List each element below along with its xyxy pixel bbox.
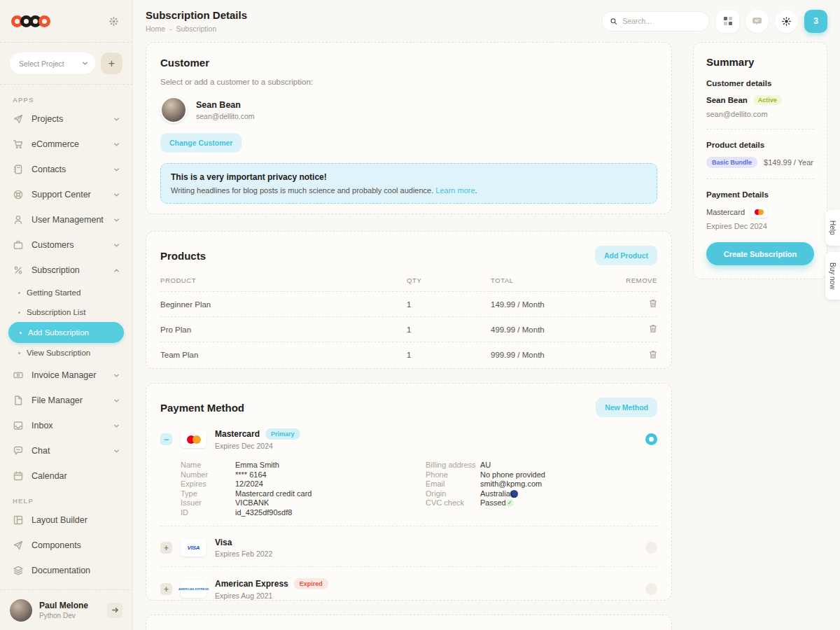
divider — [706, 129, 814, 130]
sun-icon — [781, 16, 792, 27]
sidebar-item-label: Chat — [31, 446, 50, 456]
sidebar-item-label: Support Center — [31, 190, 91, 200]
divider — [706, 178, 814, 179]
sidebar-item-invoice-manager[interactable]: Invoice Manager — [7, 363, 125, 388]
breadcrumb-home[interactable]: Home — [146, 24, 165, 33]
brand-logo[interactable]: GOOD — [11, 15, 50, 27]
detail-value: Mastercard credit card — [235, 489, 312, 499]
change-customer-button[interactable]: Change Customer — [160, 133, 241, 153]
sidebar-item-chat[interactable]: Chat — [7, 438, 125, 463]
sidebar-item-documentation[interactable]: Documentation — [7, 558, 125, 583]
sidebar-item-support-center[interactable]: Support Center — [7, 182, 125, 207]
sidebar-item-contacts[interactable]: Contacts — [7, 157, 125, 182]
messages-button[interactable] — [746, 10, 769, 33]
method-radio-unselected[interactable] — [645, 583, 657, 595]
chevron-down-icon — [113, 398, 120, 404]
sidebar-item-subscription[interactable]: Subscription — [7, 258, 125, 283]
product-qty: 1 — [407, 300, 491, 309]
summary-customer-email: sean@dellito.com — [706, 110, 814, 118]
expand-button[interactable]: + — [160, 583, 172, 595]
sidebar-item-inbox[interactable]: Inbox — [7, 413, 125, 438]
sidebar-item-customers[interactable]: Customers — [7, 232, 125, 258]
learn-more-link[interactable]: Learn more — [435, 186, 475, 195]
product-name: Beginner Plan — [160, 300, 407, 309]
notice-title: This is a very important privacy notice! — [171, 172, 647, 182]
detail-label: Number — [181, 470, 235, 480]
avatar — [10, 599, 32, 622]
sidebar-subitem-subscription-list[interactable]: Subscription List — [7, 302, 125, 322]
sidebar-item-label: File Manager — [31, 396, 83, 405]
detail-value: smith@kpmg.com — [480, 479, 542, 489]
sidebar-subitem-label: View Subscription — [27, 349, 90, 357]
expand-button[interactable]: + — [160, 542, 172, 554]
sidebar-subitem-view-subscription[interactable]: View Subscription — [7, 343, 125, 363]
detail-value: VICBANK — [235, 498, 269, 508]
summary-product-heading: Product details — [706, 141, 814, 149]
theme-toggle-button[interactable] — [775, 10, 798, 33]
layout-icon — [13, 514, 24, 526]
customer-email: sean@dellito.com — [196, 112, 255, 120]
briefcase-icon — [13, 239, 24, 251]
amex-logo-icon: AMERICAN EXPRESS — [181, 580, 206, 598]
sidebar-item-label: Subscription — [31, 265, 80, 275]
collapse-button[interactable]: − — [160, 433, 172, 445]
buy-now-tab[interactable]: Buy now — [825, 252, 840, 300]
sidebar-subitem-add-subscription[interactable]: Add Subscription — [8, 322, 124, 343]
visa-logo-icon: VISA — [181, 539, 206, 556]
contact-book-icon — [13, 164, 24, 175]
cart-icon — [13, 139, 24, 150]
detail-label: Email — [426, 479, 480, 489]
product-total: 149.99 / Month — [491, 300, 622, 309]
trash-icon[interactable] — [649, 350, 657, 359]
user-name: Paul Melone — [39, 601, 88, 610]
new-method-button[interactable]: New Method — [596, 398, 657, 417]
sidebar-item-ecommerce[interactable]: eCommerce — [7, 132, 125, 157]
bullet-dot — [18, 312, 20, 314]
sidebar-item-calendar[interactable]: Calendar — [7, 463, 125, 489]
help-section-label: HELP — [13, 497, 120, 505]
logout-button[interactable] — [107, 603, 122, 618]
trash-icon[interactable] — [649, 299, 657, 308]
detail-value: **** 6164 — [235, 470, 267, 480]
grid-icon — [723, 16, 733, 26]
trash-icon[interactable] — [649, 324, 657, 333]
project-select[interactable]: Select Project — [10, 52, 95, 74]
lifebuoy-icon — [13, 189, 24, 200]
product-qty: 1 — [407, 351, 491, 359]
sidebar-item-label: Invoice Manager — [31, 370, 96, 380]
sidebar: GOOD Select Project + APPS Projects eCom… — [0, 0, 133, 630]
search-icon — [610, 17, 617, 26]
apps-grid-button[interactable] — [716, 10, 739, 33]
search-input[interactable] — [622, 17, 701, 25]
help-tab[interactable]: Help — [825, 210, 840, 246]
search-box[interactable] — [601, 11, 710, 31]
detail-value: No phone provided — [480, 470, 545, 480]
customer-description: Select or add a customer to a subscripti… — [160, 78, 657, 86]
sidebar-menu: APPS Projects eCommerce Contacts Support… — [0, 85, 132, 589]
sidebar-item-label: Layout Builder — [31, 515, 88, 525]
sidebar-item-changelog[interactable]: Changelog v1.1.4 — [7, 583, 125, 589]
detail-label: Billing address — [426, 461, 480, 470]
sidebar-item-projects[interactable]: Projects — [7, 106, 125, 132]
check-icon: ✓ — [506, 499, 514, 507]
notice-body: Writing headlines for blog posts is much… — [171, 186, 433, 195]
sidebar-item-components[interactable]: Components — [7, 533, 125, 558]
page-title: Subscription Details — [146, 9, 247, 21]
create-subscription-button[interactable]: Create Subscription — [706, 242, 814, 265]
method-radio-unselected[interactable] — [645, 542, 657, 554]
user-profile[interactable]: Paul Melone Python Dev — [0, 589, 132, 630]
sidebar-item-layout-builder[interactable]: Layout Builder — [7, 507, 125, 533]
breadcrumb-separator: - — [169, 24, 172, 33]
sidebar-item-user-management[interactable]: User Management — [7, 207, 125, 232]
method-radio-selected[interactable] — [645, 433, 657, 445]
add-product-button[interactable]: Add Product — [595, 246, 657, 265]
product-qty: 1 — [407, 326, 491, 334]
add-project-button[interactable]: + — [101, 52, 122, 74]
notification-count-button[interactable]: 3 — [804, 10, 827, 33]
sidebar-subitem-getting-started[interactable]: Getting Started — [7, 283, 125, 302]
summary-customer-name: Sean Bean — [706, 96, 748, 104]
chevron-down-icon — [113, 423, 120, 429]
chevron-down-icon — [113, 192, 120, 198]
settings-icon[interactable] — [106, 13, 121, 29]
sidebar-item-file-manager[interactable]: File Manager — [7, 388, 125, 413]
